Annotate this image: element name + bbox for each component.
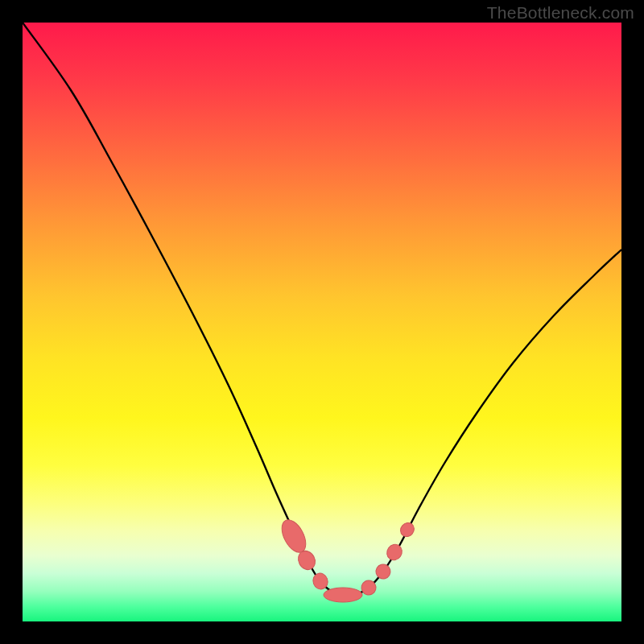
- watermark-text: TheBottleneck.com: [487, 3, 634, 23]
- chart-frame: TheBottleneck.com: [0, 0, 644, 644]
- marker-bead: [384, 542, 405, 564]
- plot-area: [23, 23, 621, 621]
- curve-markers: [277, 516, 417, 602]
- chart-svg: [23, 23, 621, 621]
- curve-line: [23, 23, 621, 596]
- marker-bead: [398, 520, 417, 539]
- marker-bead: [374, 562, 394, 582]
- marker-bead: [324, 588, 362, 602]
- marker-bead: [277, 516, 311, 556]
